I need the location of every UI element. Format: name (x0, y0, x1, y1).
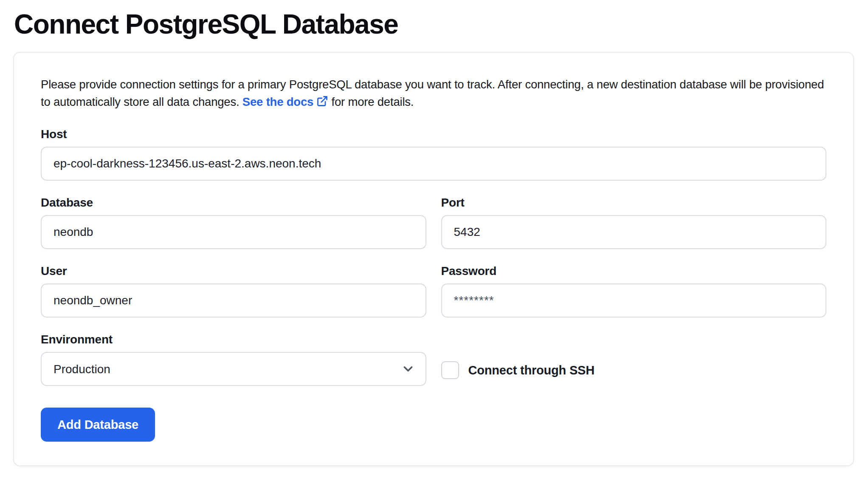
user-label: User (41, 264, 426, 278)
see-the-docs-link[interactable]: See the docs (242, 95, 328, 108)
ssh-spacer (441, 333, 827, 353)
environment-field: Environment Production (41, 333, 426, 387)
password-input[interactable] (441, 284, 827, 318)
password-label: Password (441, 264, 827, 278)
user-field: User (41, 264, 426, 318)
connection-form-card: Please provide connection settings for a… (13, 52, 854, 466)
page-title: Connect PostgreSQL Database (14, 9, 855, 40)
port-field: Port (441, 196, 827, 249)
connection-form: Host Database Port User Password Environ (41, 128, 826, 387)
database-label: Database (41, 196, 426, 210)
add-database-button[interactable]: Add Database (41, 408, 155, 442)
host-input[interactable] (41, 147, 826, 181)
database-field: Database (41, 196, 426, 249)
page: Connect PostgreSQL Database Please provi… (0, 0, 868, 466)
external-link-icon (316, 95, 328, 107)
environment-select[interactable]: Production (41, 352, 426, 386)
ssh-field: Connect through SSH (441, 333, 827, 387)
ssh-label[interactable]: Connect through SSH (468, 363, 595, 377)
password-field: Password (441, 264, 827, 318)
database-input[interactable] (41, 215, 426, 249)
see-the-docs-label: See the docs (242, 95, 313, 108)
host-label: Host (41, 128, 826, 141)
host-field: Host (41, 128, 826, 181)
ssh-row: Connect through SSH (441, 353, 827, 387)
description-text-before: Please provide connection settings for a… (41, 78, 824, 108)
environment-label: Environment (41, 333, 426, 346)
ssh-checkbox[interactable] (441, 361, 459, 379)
port-label: Port (441, 196, 827, 210)
port-input[interactable] (441, 215, 827, 249)
description-text-after: for more details. (328, 95, 414, 108)
description: Please provide connection settings for a… (41, 76, 826, 111)
user-input[interactable] (41, 284, 426, 318)
environment-select-wrap: Production (41, 352, 426, 386)
